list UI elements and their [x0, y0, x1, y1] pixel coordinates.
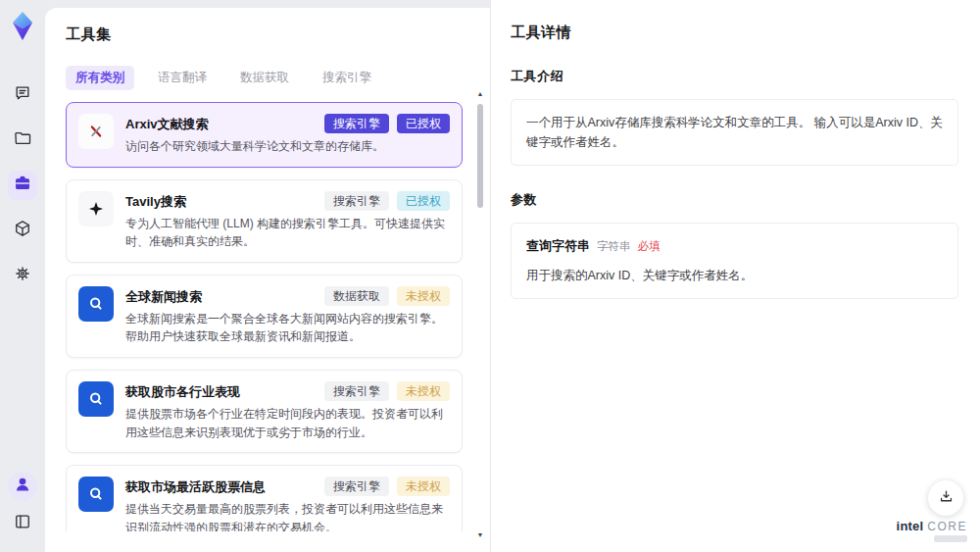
tab-data-fetch[interactable]: 数据获取 — [230, 66, 299, 90]
tool-name: 全球新闻搜索 — [125, 286, 317, 306]
sidebar-item-chat[interactable] — [8, 80, 37, 110]
tab-language-translation[interactable]: 语言翻译 — [148, 66, 217, 90]
panel-toggle-icon — [13, 512, 32, 535]
sidebar-rail — [0, 0, 45, 552]
detail-title: 工具详情 — [511, 24, 958, 42]
param-name: 查询字符串 — [526, 236, 590, 257]
sidebar-item-collapse[interactable] — [8, 509, 37, 538]
list-scrollbar[interactable]: ▲ ▼ — [475, 90, 485, 538]
core-wordmark: CORE — [927, 521, 967, 532]
param-required-badge: 必填 — [638, 237, 661, 255]
tab-search-engine[interactable]: 搜索引擎 — [313, 66, 381, 90]
chat-icon — [13, 83, 32, 107]
app-logo[interactable] — [6, 10, 39, 43]
folder-icon — [13, 128, 32, 152]
tool-description: 全球新闻搜索是一个聚合全球各大新闻网站内容的搜索引擎。帮助用户快速获取全球最新资… — [125, 310, 450, 346]
sidebar-item-models[interactable] — [8, 216, 37, 245]
cube-icon — [13, 219, 32, 242]
param-description: 用于搜索的Arxiv ID、关键字或作者姓名。 — [526, 266, 943, 285]
settings-icon — [13, 264, 32, 287]
sparkle-icon — [78, 191, 114, 226]
sidebar-item-settings[interactable] — [8, 261, 37, 290]
auth-badge: 已授权 — [397, 191, 450, 211]
auth-badge: 未授权 — [397, 381, 450, 401]
intel-wordmark: intel — [897, 520, 924, 532]
tool-card-active-stocks[interactable]: 获取市场最活跃股票信息 搜索引擎 未授权 提供当天交易量最高的股票列表，投资者可… — [66, 465, 463, 531]
auth-badge: 未授权 — [397, 477, 450, 496]
intel-core-logo: intel CORE — [897, 520, 967, 542]
arxiv-icon — [78, 114, 114, 149]
sidebar-item-tools[interactable] — [8, 171, 37, 200]
scroll-down-icon[interactable]: ▼ — [475, 531, 485, 538]
sidebar-item-files[interactable] — [8, 125, 37, 155]
tool-card-sector-performance[interactable]: 获取股市各行业表现 搜索引擎 未授权 提供股票市场各个行业在特定时间段内的表现。… — [66, 370, 463, 453]
category-badge: 搜索引擎 — [324, 381, 389, 401]
search-blue-icon — [78, 477, 114, 512]
sidebar-item-account[interactable] — [8, 472, 37, 501]
param-box: 查询字符串 字符串 必填 用于搜索的Arxiv ID、关键字或作者姓名。 — [511, 223, 958, 299]
category-badge: 搜索引擎 — [324, 477, 389, 496]
auth-badge: 未授权 — [397, 286, 450, 306]
tool-name: Arxiv文献搜索 — [125, 114, 317, 133]
tool-list-panel: 工具集 所有类别 语言翻译 数据获取 搜索引擎 Arxiv文献搜索 搜索引擎 已… — [45, 8, 490, 552]
param-type: 字符串 — [597, 237, 631, 255]
params-heading: 参数 — [511, 191, 958, 209]
category-badge: 搜索引擎 — [324, 191, 389, 211]
auth-badge: 已授权 — [397, 114, 450, 133]
tool-name: 获取股市各行业表现 — [125, 381, 317, 401]
intro-heading: 工具介绍 — [511, 68, 958, 85]
tool-description: 提供股票市场各个行业在特定时间段内的表现。投资者可以利用这些信息来识别表现优于或… — [125, 405, 450, 441]
tool-description: 提供当天交易量最高的股票列表，投资者可以利用这些信息来识别流动性强的股票和潜在的… — [125, 500, 450, 531]
intro-text: 一个用于从Arxiv存储库搜索科学论文和文章的工具。 输入可以是Arxiv ID… — [526, 116, 943, 149]
tool-description: 专为人工智能代理 (LLM) 构建的搜索引擎工具。可快速提供实时、准确和真实的结… — [125, 215, 450, 251]
tool-name: 获取市场最活跃股票信息 — [125, 477, 317, 496]
tool-name: Tavily搜索 — [125, 191, 317, 211]
intro-box: 一个用于从Arxiv存储库搜索科学论文和文章的工具。 输入可以是Arxiv ID… — [511, 99, 958, 166]
user-icon — [13, 475, 32, 498]
search-blue-icon — [78, 286, 114, 322]
download-icon — [938, 488, 955, 509]
scroll-up-icon[interactable]: ▲ — [475, 90, 485, 97]
tool-card-tavily[interactable]: Tavily搜索 搜索引擎 已授权 专为人工智能代理 (LLM) 构建的搜索引擎… — [66, 179, 463, 263]
tool-description: 访问各个研究领域大量科学论文和文章的存储库。 — [125, 137, 450, 156]
category-badge: 搜索引擎 — [324, 114, 389, 133]
download-button[interactable] — [928, 480, 963, 516]
tool-list: Arxiv文献搜索 搜索引擎 已授权 访问各个研究领域大量科学论文和文章的存储库… — [66, 102, 490, 531]
tool-detail-panel: 工具详情 工具介绍 一个用于从Arxiv存储库搜索科学论文和文章的工具。 输入可… — [490, 0, 980, 552]
toolbox-icon — [13, 174, 32, 197]
tool-card-arxiv[interactable]: Arxiv文献搜索 搜索引擎 已授权 访问各个研究领域大量科学论文和文章的存储库… — [66, 102, 463, 168]
scrollbar-thumb[interactable] — [477, 104, 483, 208]
search-blue-icon — [78, 381, 114, 417]
category-badge: 数据获取 — [324, 286, 389, 306]
tool-card-global-news[interactable]: 全球新闻搜索 数据获取 未授权 全球新闻搜索是一个聚合全球各大新闻网站内容的搜索… — [66, 275, 463, 358]
category-tabs: 所有类别 语言翻译 数据获取 搜索引擎 — [66, 66, 490, 90]
intel-sub-badge — [934, 535, 967, 542]
tab-all-categories[interactable]: 所有类别 — [66, 66, 134, 90]
page-title: 工具集 — [66, 25, 490, 44]
